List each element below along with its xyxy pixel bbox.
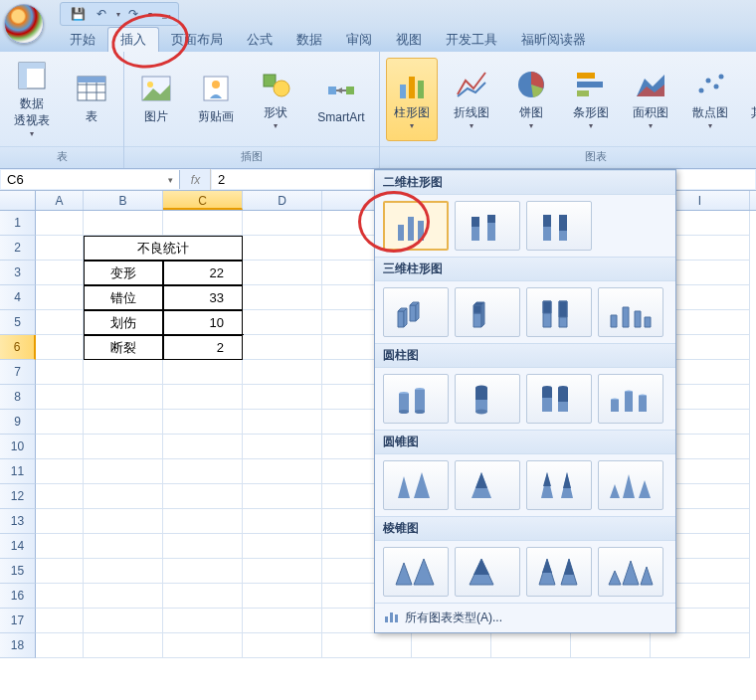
cell[interactable]	[243, 261, 322, 285]
cell[interactable]	[36, 559, 84, 584]
fx-icon[interactable]: fx	[181, 169, 211, 190]
row-header[interactable]: 11	[0, 459, 36, 484]
cell[interactable]	[36, 584, 84, 609]
pivot-table-button[interactable]: 数据 透视表▾	[6, 58, 58, 141]
cell[interactable]	[36, 509, 84, 534]
cell[interactable]	[163, 559, 243, 584]
row-header[interactable]: 18	[0, 633, 36, 658]
clustered-column-3d[interactable]	[383, 287, 449, 337]
row-header[interactable]: 14	[0, 534, 36, 559]
row-header[interactable]: 10	[0, 435, 36, 459]
cone-3d[interactable]	[598, 460, 663, 510]
row-header[interactable]: 16	[0, 584, 36, 609]
stacked-pyramid[interactable]	[455, 547, 520, 597]
cell[interactable]	[243, 633, 322, 658]
office-button[interactable]	[4, 4, 44, 44]
save-icon[interactable]: 💾	[67, 5, 89, 23]
cell[interactable]	[163, 360, 243, 385]
table-button[interactable]: 表	[66, 58, 117, 141]
stacked-cone[interactable]	[455, 460, 520, 510]
cell[interactable]	[163, 484, 243, 509]
clustered-column-2d[interactable]	[383, 201, 449, 251]
cell[interactable]	[163, 534, 243, 559]
cell[interactable]	[163, 609, 243, 633]
cell[interactable]	[36, 236, 84, 261]
tab-pagelayout[interactable]: 页面布局	[159, 28, 235, 52]
row-header[interactable]: 13	[0, 509, 36, 534]
all-chart-types[interactable]: 所有图表类型(A)...	[375, 603, 675, 632]
name-box-dropdown-icon[interactable]: ▾	[168, 175, 173, 185]
cell[interactable]	[243, 484, 322, 509]
cell[interactable]	[243, 385, 322, 410]
row-header[interactable]: 1	[0, 211, 36, 236]
stacked100-column-3d[interactable]	[526, 287, 592, 337]
cell[interactable]	[243, 459, 322, 484]
cell[interactable]	[163, 410, 243, 435]
cell[interactable]: 2	[163, 335, 243, 360]
row-header[interactable]: 6	[0, 335, 36, 360]
cell[interactable]	[243, 584, 322, 609]
undo-icon[interactable]: ↶	[91, 5, 112, 23]
clustered-pyramid[interactable]	[383, 547, 449, 597]
cell[interactable]	[84, 360, 163, 385]
clipart-button[interactable]: 剪贴画	[190, 58, 242, 141]
picture-button[interactable]: 图片	[130, 58, 182, 141]
cylinder-3d[interactable]	[598, 374, 663, 424]
cell[interactable]: 10	[163, 310, 243, 335]
cell[interactable]	[243, 211, 322, 236]
cell[interactable]	[36, 310, 84, 335]
cell[interactable]	[36, 285, 84, 310]
clustered-cylinder[interactable]	[383, 374, 449, 424]
cell[interactable]	[36, 211, 84, 236]
cell[interactable]	[412, 633, 491, 658]
cell[interactable]	[243, 335, 322, 360]
row-header[interactable]: 3	[0, 261, 36, 285]
stacked100-column-2d[interactable]	[526, 201, 592, 251]
cell[interactable]	[84, 559, 163, 584]
cell[interactable]: 22	[163, 261, 243, 285]
column-chart-button[interactable]: 柱形图▾	[386, 58, 438, 141]
cell[interactable]	[36, 335, 84, 360]
cell[interactable]	[84, 509, 163, 534]
cell[interactable]	[36, 459, 84, 484]
cell[interactable]: 划伤	[84, 310, 163, 335]
row-header[interactable]: 17	[0, 609, 36, 633]
cell[interactable]	[322, 633, 412, 658]
redo-icon[interactable]: ↷	[122, 5, 144, 23]
cell[interactable]	[84, 211, 163, 236]
smartart-button[interactable]: SmartArt	[309, 58, 373, 141]
row-header[interactable]: 9	[0, 410, 36, 435]
cell[interactable]: 33	[163, 285, 243, 310]
cell[interactable]	[36, 261, 84, 285]
col-header-a[interactable]: A	[36, 191, 84, 210]
pie-chart-button[interactable]: 饼图▾	[505, 58, 557, 141]
cell[interactable]	[491, 633, 571, 658]
cell[interactable]	[84, 584, 163, 609]
cell[interactable]	[243, 236, 322, 261]
cell[interactable]	[36, 633, 84, 658]
row-header[interactable]: 2	[0, 236, 36, 261]
cell[interactable]	[243, 559, 322, 584]
cell[interactable]	[243, 609, 322, 633]
column-3d[interactable]	[598, 287, 663, 337]
stacked100-pyramid[interactable]	[526, 547, 592, 597]
line-chart-button[interactable]: 折线图▾	[446, 58, 497, 141]
cell[interactable]: 不良统计	[84, 236, 243, 261]
cell[interactable]	[163, 584, 243, 609]
tab-home[interactable]: 开始	[58, 28, 107, 52]
stacked-column-2d[interactable]	[455, 201, 520, 251]
col-header-c[interactable]: C	[163, 191, 243, 210]
cell[interactable]	[163, 459, 243, 484]
tab-data[interactable]: 数据	[284, 28, 334, 52]
cell[interactable]	[163, 509, 243, 534]
stacked-column-3d[interactable]	[455, 287, 520, 337]
pyramid-3d[interactable]	[598, 547, 663, 597]
shapes-button[interactable]: 形状▾	[250, 58, 301, 141]
row-header[interactable]: 7	[0, 360, 36, 385]
stacked100-cylinder[interactable]	[526, 374, 592, 424]
clustered-cone[interactable]	[383, 460, 449, 510]
cell[interactable]	[243, 410, 322, 435]
cell[interactable]	[84, 633, 163, 658]
cell[interactable]	[163, 385, 243, 410]
scatter-chart-button[interactable]: 散点图▾	[684, 58, 736, 141]
